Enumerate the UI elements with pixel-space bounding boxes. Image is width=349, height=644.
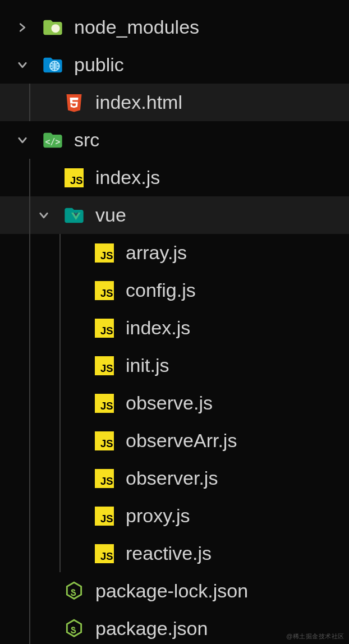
js-icon: JS [93,392,116,415]
indent-guide [59,497,61,535]
folder-green-icon [42,16,64,39]
indent-guide [29,535,30,572]
tree-row-vue-config[interactable]: JSconfig.js [0,272,349,309]
js-icon: JS [93,467,116,490]
chevron-spacer [68,247,80,259]
svg-text:</>: </> [45,137,60,147]
tree-row-vue[interactable]: vue [0,196,349,234]
js-icon: JS [93,317,116,339]
svg-point-0 [52,24,60,33]
chevron-spacer [38,97,49,108]
chevron-spacer [68,510,80,522]
tree-item-label: observeArr.js [126,430,237,452]
tree-row-vue-observe[interactable]: JSobserve.js [0,384,349,422]
node-icon [63,580,85,602]
indent-guide [29,234,30,272]
svg-text:JS: JS [100,400,113,412]
svg-text:JS: JS [100,250,113,261]
chevron-down-icon[interactable] [17,59,28,71]
svg-text:JS: JS [70,174,83,186]
js-icon: JS [93,279,116,302]
indent-guide [59,234,61,272]
chevron-spacer [68,435,80,447]
tree-item-label: package-lock.json [95,580,248,602]
indent-guide [29,459,30,497]
tree-item-label: index.js [126,317,190,339]
js-icon: JS [93,242,116,264]
chevron-spacer [68,285,80,296]
js-icon: JS [63,167,85,189]
chevron-spacer [38,586,49,597]
indent-guide [29,384,30,422]
indent-guide [29,84,30,121]
indent-guide [59,459,61,497]
indent-guide [29,572,30,610]
svg-text:JS: JS [100,438,113,449]
file-tree: node_modulespublicindex.html</>srcJSinde… [0,0,349,644]
chevron-spacer [68,360,80,371]
tree-row-vue-array[interactable]: JSarray.js [0,234,349,272]
chevron-spacer [68,548,80,559]
chevron-right-icon[interactable] [17,22,28,33]
tree-row-public[interactable]: public [0,46,349,84]
indent-guide [59,535,61,572]
indent-guide [59,347,61,384]
js-icon: JS [93,542,116,565]
svg-text:JS: JS [100,475,113,487]
svg-text:JS: JS [100,550,113,562]
svg-text:JS: JS [100,287,113,299]
svg-text:JS: JS [100,362,113,374]
folder-src-icon: </> [42,129,64,151]
indent-guide [59,422,61,459]
chevron-spacer [68,398,80,409]
js-icon: JS [93,355,116,377]
chevron-down-icon[interactable] [38,210,49,221]
indent-guide [29,497,30,535]
chevron-spacer [38,172,49,183]
tree-item-label: index.html [95,91,182,113]
chevron-spacer [68,473,80,484]
tree-row-vue-proxy[interactable]: JSproxy.js [0,497,349,535]
tree-item-label: proxy.js [126,505,190,527]
watermark: @稀土掘金技术社区 [286,632,345,641]
tree-row-package-lock[interactable]: package-lock.json [0,572,349,610]
js-icon: JS [93,430,116,452]
tree-row-node_modules[interactable]: node_modules [0,8,349,46]
tree-row-src[interactable]: </>src [0,121,349,159]
svg-text:JS: JS [100,513,113,525]
indent-guide [29,422,30,459]
indent-guide [59,309,61,347]
indent-guide [29,309,30,347]
folder-public-icon [42,54,64,76]
tree-row-vue-observearr[interactable]: JSobserveArr.js [0,422,349,459]
tree-item-label: observer.js [126,467,218,489]
tree-item-label: vue [95,204,126,226]
tree-item-label: array.js [126,242,187,264]
tree-item-label: package.json [95,618,208,640]
tree-item-label: public [74,54,124,76]
tree-item-label: src [74,129,99,151]
indent-guide [29,159,30,196]
chevron-spacer [68,323,80,334]
tree-item-label: index.js [95,167,160,188]
chevron-spacer [38,623,49,634]
tree-row-vue-observer[interactable]: JSobserver.js [0,459,349,497]
chevron-down-icon[interactable] [17,135,28,146]
html-icon [63,91,85,114]
js-icon: JS [93,505,116,527]
indent-guide [29,196,30,234]
tree-item-label: observe.js [126,392,213,414]
indent-guide [59,272,61,309]
folder-vue-icon [63,204,85,227]
indent-guide [29,347,30,384]
tree-item-label: config.js [126,279,196,301]
tree-item-label: init.js [126,355,169,376]
svg-text:JS: JS [100,325,113,337]
tree-row-vue-index[interactable]: JSindex.js [0,309,349,347]
indent-guide [29,272,30,309]
tree-row-public-index-html[interactable]: index.html [0,84,349,121]
tree-row-vue-reactive[interactable]: JSreactive.js [0,535,349,572]
tree-row-vue-init[interactable]: JSinit.js [0,347,349,384]
indent-guide [59,384,61,422]
tree-row-src-index-js[interactable]: JSindex.js [0,159,349,196]
